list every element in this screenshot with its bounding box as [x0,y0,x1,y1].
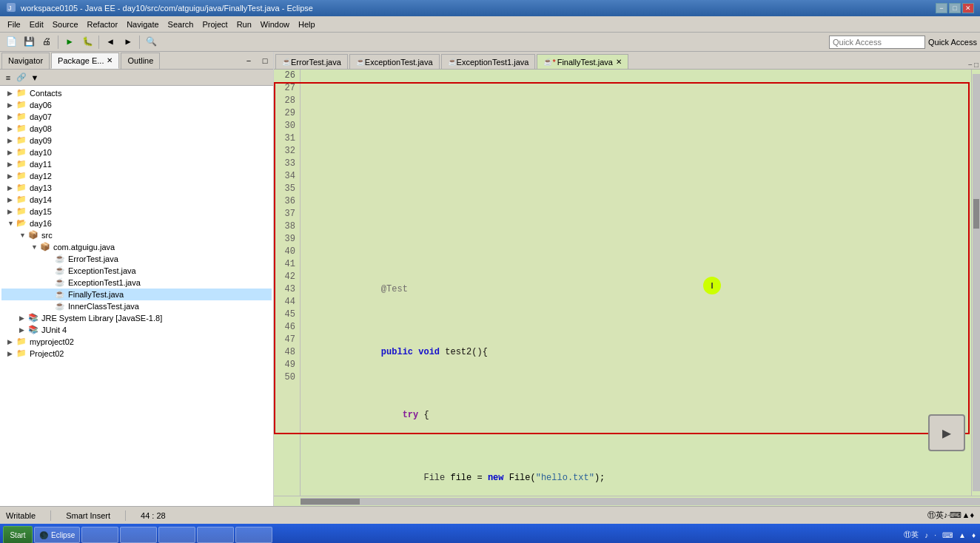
start-button[interactable]: Start [3,526,33,543]
tree-item-day16[interactable]: ▼ 📂 day16 [1,217,272,229]
main-layout: Navigator Package E... ✕ Outline − □ ≡ 🔗… [0,52,980,506]
java-icon-exceptiontest: ☕ [55,266,67,276]
sidebar-max-button[interactable]: □ [258,54,272,67]
folder-icon-day14: 📁 [16,195,28,205]
tree-item-package[interactable]: ▼ 📦 com.atguigu.java [1,241,272,253]
collapse-all-button[interactable]: ≡ [1,71,15,84]
tree-item-myproject02[interactable]: ▶ 📁 myproject02 [1,336,272,348]
tray-keyboard[interactable]: ⌨ [941,531,954,539]
tray-security[interactable]: ▲ [957,531,967,539]
tab-outline[interactable]: Outline [121,53,160,69]
close-button[interactable]: ✕ [962,3,974,13]
editor-tab-finallytest-close[interactable]: ✕ [616,58,622,66]
menu-source[interactable]: Source [48,18,83,30]
menu-help[interactable]: Help [294,18,320,30]
new-button[interactable]: 📄 [3,34,19,50]
code-line-31: File file = new File("hello.txt"); [306,472,965,496]
sidebar-min-button[interactable]: − [242,54,255,67]
tree-item-day10[interactable]: ▶ 📁 day10 [1,146,272,158]
code-content[interactable]: I @Test public void test2(){ try { [301,70,971,496]
tree-arrow-package: ▼ [31,243,40,251]
editor-tab-exceptiontest[interactable]: ☕ ExceptionTest.java [349,54,440,69]
tree-item-day12[interactable]: ▶ 📁 day12 [1,170,272,182]
h-scrollbar-track[interactable] [301,498,980,505]
tree-item-project02[interactable]: ▶ 📁 Project02 [1,348,272,360]
jre-icon: 📚 [28,313,40,323]
tree-item-finallytest[interactable]: ▶ ☕ FinallyTest.java [1,289,272,300]
link-with-editor-button[interactable]: 🔗 [15,71,28,84]
tree-item-day15[interactable]: ▶ 📁 day15 [1,206,272,217]
folder-icon-day15: 📁 [16,206,28,217]
h-scrollbar-thumb[interactable] [301,499,360,505]
tree-label-src: src [41,231,53,240]
folder-icon-day11: 📁 [16,159,28,169]
tray-users[interactable]: ♦ [970,531,977,539]
video-button[interactable] [928,414,965,451]
tray-network[interactable]: · [933,531,938,539]
debug-button[interactable]: 🐛 [79,34,95,50]
tree-label-day14: day14 [30,195,52,204]
tray-audio[interactable]: ♪ [923,531,930,539]
search-button[interactable]: 🔍 [143,34,159,50]
scrollbar-thumb[interactable] [973,199,979,229]
tree-container[interactable]: ▶ 📁 Contacts ▶ 📁 day06 ▶ 📁 day07 ▶ [0,86,273,506]
scrollbar-track[interactable] [973,74,980,491]
tree-label-day12: day12 [30,172,52,181]
print-button[interactable]: 🖨 [38,34,55,50]
tree-item-day09[interactable]: ▶ 📁 day09 [1,135,272,146]
taskbar-item-eclipse[interactable]: 🌑 Eclipse [34,527,80,543]
maximize-button[interactable]: □ [949,3,961,13]
editor-tab-maximize[interactable]: □ [974,61,979,69]
tab-navigator[interactable]: Navigator [1,53,50,69]
tree-item-day07[interactable]: ▶ 📁 day07 [1,111,272,123]
folder-icon-day09: 📁 [16,135,28,146]
run-button[interactable]: ▶ [61,34,78,50]
tab-package-explorer-close[interactable]: ✕ [107,56,113,64]
tree-item-day11[interactable]: ▶ 📁 day11 [1,158,272,170]
minimize-button[interactable]: − [936,3,947,13]
tree-item-exceptiontest[interactable]: ▶ ☕ ExceptionTest.java [1,265,272,277]
folder-icon: 📁 [16,88,28,98]
tree-item-innerclasstest[interactable]: ▶ ☕ InnerClassTest.java [1,300,272,312]
menu-edit[interactable]: Edit [25,18,48,30]
tab-package-explorer[interactable]: Package E... ✕ [51,53,119,69]
tree-item-day14[interactable]: ▶ 📁 day14 [1,194,272,206]
tree-item-day06[interactable]: ▶ 📁 day06 [1,99,272,111]
editor-scrollbar[interactable] [971,70,980,496]
taskbar-item-1[interactable] [81,527,118,543]
menu-navigate[interactable]: Navigate [122,18,163,30]
back-button[interactable]: ◀ [102,34,118,50]
menu-refactor[interactable]: Refactor [83,18,123,30]
tree-item-contacts[interactable]: ▶ 📁 Contacts [1,87,272,99]
taskbar-item-2[interactable] [120,527,157,543]
tree-item-day08[interactable]: ▶ 📁 day08 [1,123,272,135]
taskbar-item-3[interactable] [158,527,195,543]
editor-tab-errortest[interactable]: ☕ ErrorTest.java [275,54,348,69]
editor-tab-finallytest[interactable]: ☕ * FinallyTest.java ✕ [537,54,628,69]
tree-item-jre[interactable]: ▶ 📚 JRE System Library [JavaSE-1.8] [1,312,272,324]
taskbar-item-4[interactable] [197,527,234,543]
menu-window[interactable]: Window [256,18,294,30]
taskbar-item-5[interactable] [235,527,272,543]
tree-item-src[interactable]: ▼ 📦 src [1,229,272,241]
tree-item-junit[interactable]: ▶ 📚 JUnit 4 [1,324,272,336]
menu-search[interactable]: Search [164,18,198,30]
quick-access-input[interactable] [829,36,925,49]
tree-item-day13[interactable]: ▶ 📁 day13 [1,182,272,194]
tree-label-exceptiontest1: ExceptionTest1.java [68,278,141,287]
tree-item-errortest[interactable]: ▶ ☕ ErrorTest.java [1,253,272,265]
editor-tab-exceptiontest1[interactable]: ☕ ExceptionTest1.java [441,54,536,69]
title-bar-controls[interactable]: − □ ✕ [936,3,974,13]
forward-button[interactable]: ▶ [120,34,136,50]
save-button[interactable]: 💾 [21,34,37,50]
tree-item-exceptiontest1[interactable]: ▶ ☕ ExceptionTest1.java [1,277,272,289]
sidebar-view-menu-button[interactable]: ▼ [28,71,41,84]
menu-project[interactable]: Project [198,18,232,30]
tray-input-method[interactable]: ⑪英 [902,530,920,540]
menu-file[interactable]: File [3,18,25,30]
editor-tab-minimize[interactable]: − [968,61,973,69]
code-editor[interactable]: 26 27 28 29 30 31 32 33 34 35 36 37 38 3… [274,70,980,496]
tree-arrow-day07: ▶ [7,113,16,121]
status-bar: Writable Smart Insert 44 : 28 ⑪英♪·⌨▲♦ [0,506,980,524]
menu-run[interactable]: Run [232,18,256,30]
